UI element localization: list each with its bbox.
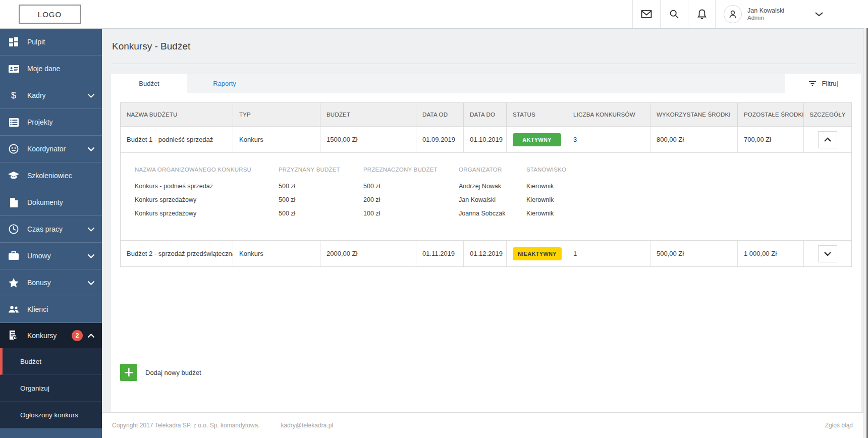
budget-name: Budżet 2 - sprzedaż przedświąteczna [121, 241, 233, 266]
granted-budget: 500 zł [279, 179, 363, 193]
submenu-item-budzet[interactable]: Budżet [0, 348, 102, 375]
status-cell: NIEAKTYWNY [507, 241, 567, 266]
sub-column-header: STANOWISKO [526, 164, 851, 175]
granted-budget: 500 zł [279, 206, 363, 220]
contact-email-link[interactable]: kadry@telekadra.pl [281, 422, 333, 429]
submenu-item-organizuj[interactable]: Organizuj [0, 375, 102, 402]
position: Kierownik [526, 193, 851, 206]
budget-type: Konkurs [233, 241, 320, 266]
used-funds: 800,00 Zł [650, 127, 738, 152]
search-icon [669, 9, 679, 19]
subtable-row: Konkurs sprzedażowy 500 zł 100 zł Joanna… [135, 206, 851, 220]
search-button[interactable] [660, 0, 688, 28]
tab-label: Budżet [139, 80, 159, 87]
tab-raporty[interactable]: Raporty [187, 74, 262, 93]
user-menu[interactable]: Jan Kowalski Admin [716, 0, 868, 28]
sidebar-item-label: Pulpit [27, 38, 45, 46]
sub-column-header: NAZWA ORGANIZOWANEGO KONKURSU [135, 164, 279, 175]
column-header: TYP [233, 103, 320, 126]
submenu-item-label: Organizuj [20, 385, 49, 392]
content-card: Budżet Raporty Filtruj NAZWA BUDŻETU TYP… [111, 74, 861, 412]
sidebar-item-klienci[interactable]: Klienci [0, 296, 102, 323]
organizer: Jan Kowalski [459, 193, 526, 206]
sidebar-item-czas-pracy[interactable]: Czas pracy [0, 216, 102, 243]
footer: Copyright 2017 Telekadra SP. z o.o. Sp. … [102, 412, 868, 438]
contest-subtable: NAZWA ORGANIZOWANEGO KONKURSU PRZYZNANY … [121, 152, 851, 240]
briefcase-icon [8, 251, 19, 260]
table-row: Budżet 2 - sprzedaż przedświąteczna Konk… [121, 240, 851, 266]
sidebar-item-bonusy[interactable]: Bonusy [0, 269, 102, 296]
sidebar-item-projekty[interactable]: Projekty [0, 109, 102, 136]
details-cell [804, 127, 851, 152]
sidebar-item-label: Szkoleniowiec [27, 172, 72, 180]
filter-label: Filtruj [822, 80, 838, 87]
clock-icon [8, 224, 19, 234]
allocated-budget: 100 zł [363, 206, 459, 220]
sidebar-item-label: Kadry [27, 91, 46, 99]
filter-icon [808, 80, 817, 86]
main-content: Konkursy - Budżet Budżet Raporty Filtruj [102, 29, 868, 412]
people-icon [8, 306, 19, 313]
subtable-row: Konkurs sprzedażowy 500 zł 200 zł Jan Ko… [135, 193, 851, 206]
chevron-up-icon [87, 334, 95, 338]
sidebar-item-kadry[interactable]: $ Kadry [0, 82, 102, 109]
logo[interactable]: LOGO [19, 5, 81, 24]
status-badge: AKTYWNY [513, 133, 561, 146]
avatar [724, 5, 742, 23]
sidebar-item-konkursy[interactable]: Konkursy 2 [0, 323, 102, 348]
add-budget-button[interactable]: Dodaj nowy budżet [120, 364, 201, 381]
user-info: Jan Kowalski Admin [747, 7, 784, 22]
submenu-item-label: Budżet [20, 358, 41, 365]
sidebar-item-label: Moje dane [27, 65, 60, 73]
chevron-down-icon [87, 254, 95, 258]
date-to: 01.10.2019 [464, 127, 507, 152]
sidebar-item-label: Koordynator [27, 145, 66, 153]
collapse-row-button[interactable] [818, 131, 837, 148]
svg-text:$: $ [11, 90, 16, 100]
sidebar-item-label: Czas pracy [27, 225, 63, 233]
mail-icon [641, 10, 652, 19]
sidebar-item-label: Konkursy [27, 332, 57, 340]
sidebar-item-pulpit[interactable]: Pulpit [0, 29, 102, 56]
column-header: POZOSTAŁE ŚRODKI [738, 103, 804, 126]
app-window: LOGO Jan Ko [0, 0, 868, 438]
sidebar-item-szkoleniowiec[interactable]: Szkoleniowiec [0, 162, 102, 189]
budget-name: Budżet 1 - podnieść sprzedaż [121, 127, 233, 152]
column-header: DATA DO [464, 103, 507, 126]
contest-name: Konkurs sprzedażowy [135, 206, 279, 220]
sidebar-item-dokumenty[interactable]: Dokumenty [0, 189, 102, 216]
submenu-item-ogloszony-konkurs[interactable]: Ogłoszony konkurs [0, 402, 102, 428]
graduation-cap-icon [8, 172, 19, 180]
chevron-down-icon [87, 227, 95, 232]
remaining-funds: 1 000,00 Zł [738, 241, 804, 266]
konkursy-submenu: Budżet Organizuj Ogłoszony konkurs [0, 348, 102, 428]
face-icon [8, 144, 19, 154]
budget-table-header: NAZWA BUDŻETU TYP BUDŻET DATA OD DATA DO… [121, 103, 851, 126]
used-funds: 500,00 Zł [650, 241, 738, 266]
sub-column-header: PRZYZNANY BUDŻET [279, 164, 363, 175]
mail-button[interactable] [632, 0, 660, 28]
sidebar-item-moje-dane[interactable]: Moje dane [0, 56, 102, 82]
sidebar-item-koordynator[interactable]: Koordynator [0, 136, 102, 162]
tab-budzet[interactable]: Budżet [111, 74, 187, 93]
dollar-icon: $ [8, 90, 19, 100]
sidebar-item-label: Projekty [27, 118, 53, 126]
filter-button[interactable]: Filtruj [785, 74, 861, 93]
contest-name: Konkurs - podnieś sprzedaż [135, 179, 279, 193]
tab-bar: Budżet Raporty Filtruj [111, 74, 861, 93]
position: Kierownik [526, 206, 851, 220]
plus-icon [120, 364, 137, 381]
sidebar-item-umowy[interactable]: Umowy [0, 243, 102, 269]
contest-icon [8, 331, 19, 341]
allocated-budget: 200 zł [363, 193, 459, 206]
chevron-down-icon [87, 147, 95, 151]
chevron-down-icon [87, 93, 95, 98]
expand-row-button[interactable] [818, 245, 837, 262]
column-header: LICZBA KONKURSÓW [567, 103, 650, 126]
date-from: 01.11.2019 [416, 241, 464, 266]
chevron-down-icon[interactable] [815, 12, 824, 17]
notifications-button[interactable] [688, 0, 716, 28]
status-cell: AKTYWNY [507, 127, 567, 152]
title-divider [112, 64, 856, 64]
report-bug-link[interactable]: Zgłoś błąd [825, 422, 853, 429]
